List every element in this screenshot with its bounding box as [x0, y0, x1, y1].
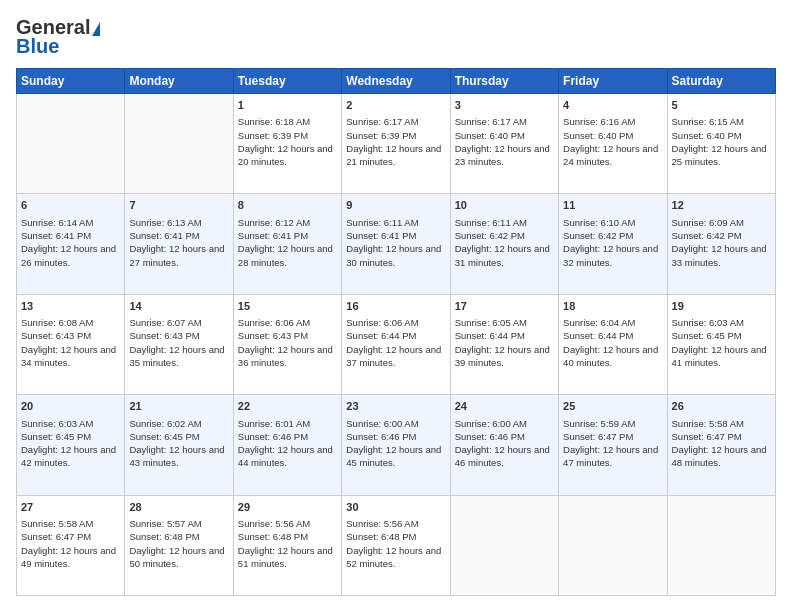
sunrise-text: Sunrise: 6:01 AM — [238, 417, 337, 430]
day-number: 28 — [129, 500, 228, 515]
calendar-week-row: 13Sunrise: 6:08 AMSunset: 6:43 PMDayligh… — [17, 294, 776, 394]
calendar-cell: 3Sunrise: 6:17 AMSunset: 6:40 PMDaylight… — [450, 94, 558, 194]
sunset-text: Sunset: 6:45 PM — [129, 430, 228, 443]
daylight-text: Daylight: 12 hours and 33 minutes. — [672, 242, 771, 269]
calendar-cell: 16Sunrise: 6:06 AMSunset: 6:44 PMDayligh… — [342, 294, 450, 394]
sunset-text: Sunset: 6:39 PM — [238, 129, 337, 142]
day-number: 24 — [455, 399, 554, 414]
day-number: 12 — [672, 198, 771, 213]
daylight-text: Daylight: 12 hours and 25 minutes. — [672, 142, 771, 169]
calendar-cell: 6Sunrise: 6:14 AMSunset: 6:41 PMDaylight… — [17, 194, 125, 294]
daylight-text: Daylight: 12 hours and 48 minutes. — [672, 443, 771, 470]
calendar-header-monday: Monday — [125, 69, 233, 94]
daylight-text: Daylight: 12 hours and 28 minutes. — [238, 242, 337, 269]
day-number: 20 — [21, 399, 120, 414]
sunrise-text: Sunrise: 6:06 AM — [346, 316, 445, 329]
sunset-text: Sunset: 6:42 PM — [455, 229, 554, 242]
daylight-text: Daylight: 12 hours and 52 minutes. — [346, 544, 445, 571]
calendar-cell: 5Sunrise: 6:15 AMSunset: 6:40 PMDaylight… — [667, 94, 775, 194]
calendar-cell: 8Sunrise: 6:12 AMSunset: 6:41 PMDaylight… — [233, 194, 341, 294]
day-number: 21 — [129, 399, 228, 414]
sunrise-text: Sunrise: 6:02 AM — [129, 417, 228, 430]
calendar-cell — [17, 94, 125, 194]
sunset-text: Sunset: 6:40 PM — [672, 129, 771, 142]
calendar-cell: 27Sunrise: 5:58 AMSunset: 6:47 PMDayligh… — [17, 495, 125, 595]
calendar-header-wednesday: Wednesday — [342, 69, 450, 94]
sunset-text: Sunset: 6:42 PM — [672, 229, 771, 242]
daylight-text: Daylight: 12 hours and 36 minutes. — [238, 343, 337, 370]
daylight-text: Daylight: 12 hours and 20 minutes. — [238, 142, 337, 169]
logo-blue: Blue — [16, 35, 100, 58]
calendar-cell: 14Sunrise: 6:07 AMSunset: 6:43 PMDayligh… — [125, 294, 233, 394]
daylight-text: Daylight: 12 hours and 44 minutes. — [238, 443, 337, 470]
sunset-text: Sunset: 6:41 PM — [238, 229, 337, 242]
calendar-week-row: 1Sunrise: 6:18 AMSunset: 6:39 PMDaylight… — [17, 94, 776, 194]
sunrise-text: Sunrise: 6:08 AM — [21, 316, 120, 329]
sunrise-text: Sunrise: 6:13 AM — [129, 216, 228, 229]
sunset-text: Sunset: 6:47 PM — [563, 430, 662, 443]
sunset-text: Sunset: 6:44 PM — [563, 329, 662, 342]
daylight-text: Daylight: 12 hours and 41 minutes. — [672, 343, 771, 370]
sunset-text: Sunset: 6:47 PM — [672, 430, 771, 443]
sunset-text: Sunset: 6:47 PM — [21, 530, 120, 543]
calendar-cell: 26Sunrise: 5:58 AMSunset: 6:47 PMDayligh… — [667, 395, 775, 495]
calendar-cell — [450, 495, 558, 595]
sunset-text: Sunset: 6:43 PM — [129, 329, 228, 342]
day-number: 4 — [563, 98, 662, 113]
sunrise-text: Sunrise: 6:17 AM — [455, 115, 554, 128]
calendar-cell: 2Sunrise: 6:17 AMSunset: 6:39 PMDaylight… — [342, 94, 450, 194]
sunset-text: Sunset: 6:44 PM — [455, 329, 554, 342]
calendar-header-sunday: Sunday — [17, 69, 125, 94]
sunrise-text: Sunrise: 6:06 AM — [238, 316, 337, 329]
sunset-text: Sunset: 6:44 PM — [346, 329, 445, 342]
daylight-text: Daylight: 12 hours and 24 minutes. — [563, 142, 662, 169]
sunrise-text: Sunrise: 6:17 AM — [346, 115, 445, 128]
sunset-text: Sunset: 6:43 PM — [21, 329, 120, 342]
calendar-cell: 11Sunrise: 6:10 AMSunset: 6:42 PMDayligh… — [559, 194, 667, 294]
calendar-cell: 18Sunrise: 6:04 AMSunset: 6:44 PMDayligh… — [559, 294, 667, 394]
calendar-cell: 19Sunrise: 6:03 AMSunset: 6:45 PMDayligh… — [667, 294, 775, 394]
sunrise-text: Sunrise: 5:59 AM — [563, 417, 662, 430]
day-number: 26 — [672, 399, 771, 414]
sunrise-text: Sunrise: 6:00 AM — [346, 417, 445, 430]
daylight-text: Daylight: 12 hours and 31 minutes. — [455, 242, 554, 269]
daylight-text: Daylight: 12 hours and 47 minutes. — [563, 443, 662, 470]
calendar-header-friday: Friday — [559, 69, 667, 94]
day-number: 5 — [672, 98, 771, 113]
daylight-text: Daylight: 12 hours and 21 minutes. — [346, 142, 445, 169]
daylight-text: Daylight: 12 hours and 35 minutes. — [129, 343, 228, 370]
sunset-text: Sunset: 6:45 PM — [21, 430, 120, 443]
calendar-cell: 20Sunrise: 6:03 AMSunset: 6:45 PMDayligh… — [17, 395, 125, 495]
day-number: 2 — [346, 98, 445, 113]
daylight-text: Daylight: 12 hours and 50 minutes. — [129, 544, 228, 571]
sunrise-text: Sunrise: 6:09 AM — [672, 216, 771, 229]
sunset-text: Sunset: 6:39 PM — [346, 129, 445, 142]
calendar-cell: 25Sunrise: 5:59 AMSunset: 6:47 PMDayligh… — [559, 395, 667, 495]
calendar-cell: 4Sunrise: 6:16 AMSunset: 6:40 PMDaylight… — [559, 94, 667, 194]
header: General Blue — [16, 16, 776, 58]
sunrise-text: Sunrise: 6:04 AM — [563, 316, 662, 329]
daylight-text: Daylight: 12 hours and 37 minutes. — [346, 343, 445, 370]
day-number: 22 — [238, 399, 337, 414]
calendar-cell: 1Sunrise: 6:18 AMSunset: 6:39 PMDaylight… — [233, 94, 341, 194]
sunset-text: Sunset: 6:48 PM — [129, 530, 228, 543]
daylight-text: Daylight: 12 hours and 39 minutes. — [455, 343, 554, 370]
sunset-text: Sunset: 6:48 PM — [346, 530, 445, 543]
sunset-text: Sunset: 6:40 PM — [563, 129, 662, 142]
calendar-cell: 7Sunrise: 6:13 AMSunset: 6:41 PMDaylight… — [125, 194, 233, 294]
calendar-table: SundayMondayTuesdayWednesdayThursdayFrid… — [16, 68, 776, 596]
daylight-text: Daylight: 12 hours and 32 minutes. — [563, 242, 662, 269]
sunset-text: Sunset: 6:46 PM — [346, 430, 445, 443]
daylight-text: Daylight: 12 hours and 51 minutes. — [238, 544, 337, 571]
sunset-text: Sunset: 6:45 PM — [672, 329, 771, 342]
sunrise-text: Sunrise: 5:58 AM — [21, 517, 120, 530]
sunrise-text: Sunrise: 6:10 AM — [563, 216, 662, 229]
sunset-text: Sunset: 6:40 PM — [455, 129, 554, 142]
sunrise-text: Sunrise: 5:56 AM — [346, 517, 445, 530]
calendar-cell: 10Sunrise: 6:11 AMSunset: 6:42 PMDayligh… — [450, 194, 558, 294]
sunrise-text: Sunrise: 6:14 AM — [21, 216, 120, 229]
day-number: 16 — [346, 299, 445, 314]
day-number: 14 — [129, 299, 228, 314]
daylight-text: Daylight: 12 hours and 46 minutes. — [455, 443, 554, 470]
sunrise-text: Sunrise: 6:05 AM — [455, 316, 554, 329]
